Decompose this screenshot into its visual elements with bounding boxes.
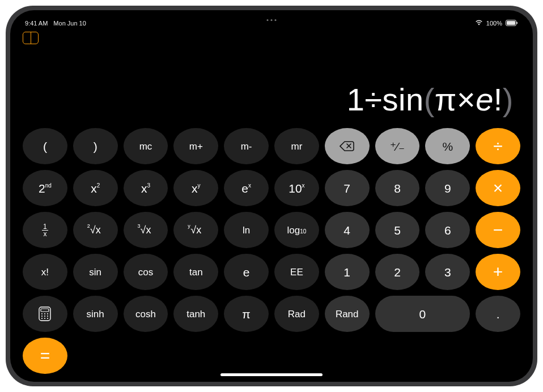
ln-button[interactable]: ln <box>224 212 269 248</box>
svg-point-13 <box>47 318 48 319</box>
digit-6-button[interactable]: 6 <box>425 212 470 248</box>
tanh-button[interactable]: tanh <box>173 296 218 332</box>
digit-2-button[interactable]: 2 <box>375 254 420 290</box>
battery-icon <box>506 20 518 27</box>
calculator-display: 1÷sin(π×e!) <box>23 44 520 128</box>
multitask-dots-icon[interactable] <box>267 19 277 21</box>
factorial-button[interactable]: x! <box>23 254 67 290</box>
calculator-mode-button[interactable] <box>23 296 67 332</box>
percent-button[interactable]: % <box>425 128 470 164</box>
ten-power-x-button[interactable]: 10x <box>274 170 319 206</box>
home-indicator[interactable] <box>220 373 323 376</box>
ee-button[interactable]: EE <box>274 254 319 290</box>
decimal-button[interactable]: . <box>476 296 520 332</box>
e-constant-button[interactable]: e <box>224 254 269 290</box>
y-root-button[interactable]: y√x <box>173 212 218 248</box>
svg-point-11 <box>41 318 43 319</box>
sin-button[interactable]: sin <box>73 254 118 290</box>
equals-button[interactable]: = <box>23 338 67 374</box>
svg-point-8 <box>41 316 43 317</box>
backspace-button[interactable] <box>325 128 370 164</box>
mr-button[interactable]: mr <box>274 128 319 164</box>
e-power-x-button[interactable]: ex <box>224 170 269 206</box>
status-time: 9:41 AM <box>25 20 48 27</box>
digit-1-button[interactable]: 1 <box>325 254 370 290</box>
status-date: Mon Jun 10 <box>53 20 86 27</box>
digit-8-button[interactable]: 8 <box>375 170 420 206</box>
status-battery-pct: 100% <box>486 20 502 27</box>
mc-button[interactable]: mc <box>124 128 168 164</box>
sqrt-button[interactable]: 2√x <box>73 212 118 248</box>
svg-rect-4 <box>41 309 49 312</box>
calculator-icon <box>39 306 51 321</box>
digit-7-button[interactable]: 7 <box>325 170 370 206</box>
x-squared-button[interactable]: x2 <box>73 170 118 206</box>
cosh-button[interactable]: cosh <box>124 296 168 332</box>
digit-4-button[interactable]: 4 <box>325 212 370 248</box>
second-button[interactable]: 2nd <box>23 170 67 206</box>
plus-button[interactable]: + <box>476 254 520 290</box>
svg-point-6 <box>44 313 45 314</box>
plus-minus-button[interactable]: ⁺⁄₋ <box>375 128 420 164</box>
pi-button[interactable]: π <box>224 296 269 332</box>
x-cubed-button[interactable]: x3 <box>124 170 168 206</box>
minus-button[interactable]: − <box>476 212 520 248</box>
ipad-device-frame: 9:41 AM Mon Jun 10 100% 1÷sin(π×e!) <box>6 6 537 386</box>
svg-rect-2 <box>517 22 518 24</box>
digit-3-button[interactable]: 3 <box>425 254 470 290</box>
svg-point-7 <box>47 313 48 314</box>
m-minus-button[interactable]: m- <box>224 128 269 164</box>
log10-button[interactable]: log10 <box>274 212 319 248</box>
expression-text: 1÷sin(π×e!) <box>347 81 514 118</box>
multiply-button[interactable]: × <box>476 170 520 206</box>
divide-button[interactable]: ÷ <box>476 128 520 164</box>
digit-9-button[interactable]: 9 <box>425 170 470 206</box>
rand-button[interactable]: Rand <box>325 296 370 332</box>
cbrt-button[interactable]: 3√x <box>124 212 168 248</box>
x-power-y-button[interactable]: xy <box>173 170 218 206</box>
digit-0-button[interactable]: 0 <box>375 296 470 332</box>
svg-point-12 <box>44 318 45 319</box>
reciprocal-button[interactable]: 1x <box>23 212 67 248</box>
wifi-icon <box>475 20 483 27</box>
rad-button[interactable]: Rad <box>274 296 319 332</box>
svg-point-10 <box>47 316 48 317</box>
svg-point-9 <box>44 316 45 317</box>
svg-rect-1 <box>507 21 515 25</box>
digit-5-button[interactable]: 5 <box>375 212 420 248</box>
backspace-icon <box>340 141 354 151</box>
cos-button[interactable]: cos <box>124 254 168 290</box>
screen: 9:41 AM Mon Jun 10 100% 1÷sin(π×e!) <box>10 10 533 382</box>
tan-button[interactable]: tan <box>173 254 218 290</box>
mode-toggle-button[interactable] <box>23 32 39 44</box>
close-paren-button[interactable]: ) <box>73 128 118 164</box>
open-paren-button[interactable]: ( <box>23 128 67 164</box>
m-plus-button[interactable]: m+ <box>173 128 218 164</box>
sinh-button[interactable]: sinh <box>73 296 118 332</box>
svg-point-5 <box>41 313 43 314</box>
keypad: ( ) mc m+ m- mr ⁺⁄₋ % ÷ 2nd x2 x3 xy ex … <box>23 128 520 376</box>
